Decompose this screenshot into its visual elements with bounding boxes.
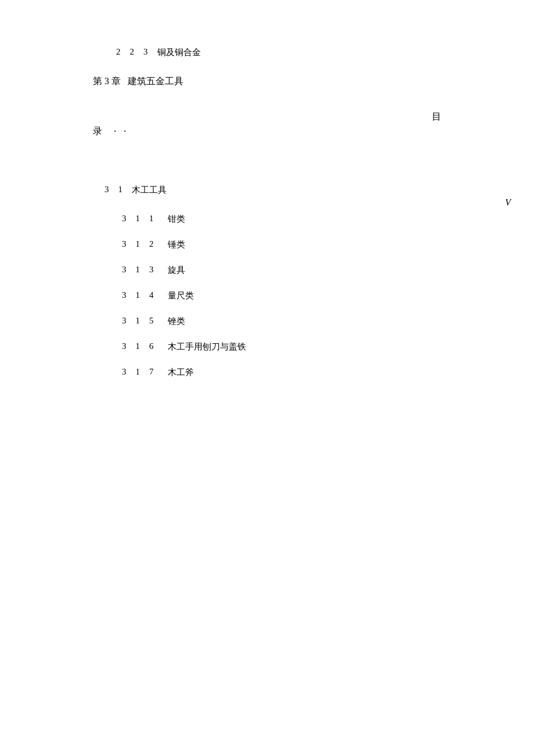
sub-num2: 1 — [136, 239, 140, 250]
sub-title: 量尺类 — [168, 290, 194, 301]
subsection-nums-1: 311钳类 — [122, 214, 185, 225]
s31-num1: 3 — [104, 185, 109, 196]
sub-num1: 3 — [122, 316, 127, 327]
subsection-nums-7: 317木工斧 — [122, 367, 194, 378]
chapter-3: 第 3 章 建筑五金工具 — [46, 75, 488, 88]
section-31-title: 3 1 木工工具 — [104, 185, 167, 196]
page-container: 2 2 3 铜及铜合金 第 3 章 建筑五金工具 目 录 · · V 3 1 木… — [0, 0, 534, 756]
sec-num3: 3 — [143, 47, 148, 58]
sub-title: 钳类 — [168, 214, 185, 225]
sub-num3: 7 — [149, 367, 154, 378]
section-31: 3 1 木工工具 — [46, 184, 488, 196]
sub-title: 木工斧 — [168, 367, 194, 378]
subsection-2: 312锤类 — [46, 239, 488, 250]
sub-title: 锤类 — [168, 239, 185, 250]
sub-num1: 3 — [122, 214, 127, 225]
sub-num3: 5 — [149, 316, 154, 327]
subsection-nums-5: 315锉类 — [122, 316, 185, 327]
subsection-nums-4: 314量尺类 — [122, 290, 194, 301]
s31-num2: 1 — [118, 185, 123, 196]
subsection-7: 317木工斧 — [46, 366, 488, 378]
sub-num3: 2 — [149, 239, 154, 250]
sub-num3: 3 — [149, 265, 154, 276]
sec-num2: 2 — [130, 47, 135, 58]
sub-title: 木工手用刨刀与盖铁 — [168, 341, 246, 352]
toc-dots: · · — [114, 125, 129, 138]
chapter-prefix: 第 3 章 — [93, 76, 121, 86]
subsections-container: 311钳类312锤类313旋具314量尺类315锉类316木工手用刨刀与盖铁31… — [46, 213, 488, 378]
sub-num2: 1 — [136, 214, 140, 225]
toc-mu: 目 — [46, 111, 488, 123]
page-marker: V — [505, 197, 511, 208]
subsection-nums-6: 316木工手用刨刀与盖铁 — [122, 341, 246, 352]
toc-header: 目 录 · · — [46, 111, 488, 138]
toc-lu-line: 录 · · — [46, 125, 488, 138]
sub-num3: 1 — [149, 214, 154, 225]
subsection-nums-3: 313旋具 — [122, 265, 185, 276]
sub-num3: 6 — [149, 341, 154, 352]
sec-title: 铜及铜合金 — [157, 47, 201, 58]
sub-num1: 3 — [122, 367, 127, 378]
subsection-3: 313旋具 — [46, 264, 488, 276]
sub-num1: 3 — [122, 239, 127, 250]
section-223-numbering: 2 2 3 铜及铜合金 — [116, 47, 201, 58]
sub-title: 旋具 — [168, 265, 185, 276]
section-223: 2 2 3 铜及铜合金 — [46, 46, 488, 58]
s31-title: 木工工具 — [132, 185, 167, 196]
chapter-3-title: 第 3 章 建筑五金工具 — [93, 76, 183, 86]
sub-num2: 1 — [136, 316, 140, 327]
subsection-1: 311钳类 — [46, 213, 488, 225]
sub-num3: 4 — [149, 290, 154, 301]
subsection-4: 314量尺类 — [46, 290, 488, 301]
subsection-5: 315锉类 — [46, 315, 488, 327]
sec-num1: 2 — [116, 47, 121, 58]
toc-lu: 录 — [93, 125, 102, 138]
sub-num2: 1 — [136, 265, 140, 276]
sub-num1: 3 — [122, 290, 127, 301]
sub-num1: 3 — [122, 265, 127, 276]
content-area: 3 1 木工工具 311钳类312锤类313旋具314量尺类315锉类316木工… — [46, 184, 488, 378]
sub-num2: 1 — [136, 290, 140, 301]
sub-title: 锉类 — [168, 316, 185, 327]
sub-num2: 1 — [136, 367, 140, 378]
subsection-6: 316木工手用刨刀与盖铁 — [46, 341, 488, 352]
sub-num2: 1 — [136, 341, 140, 352]
subsection-nums-2: 312锤类 — [122, 239, 185, 250]
sub-num1: 3 — [122, 341, 127, 352]
chapter-title-text: 建筑五金工具 — [128, 76, 183, 86]
